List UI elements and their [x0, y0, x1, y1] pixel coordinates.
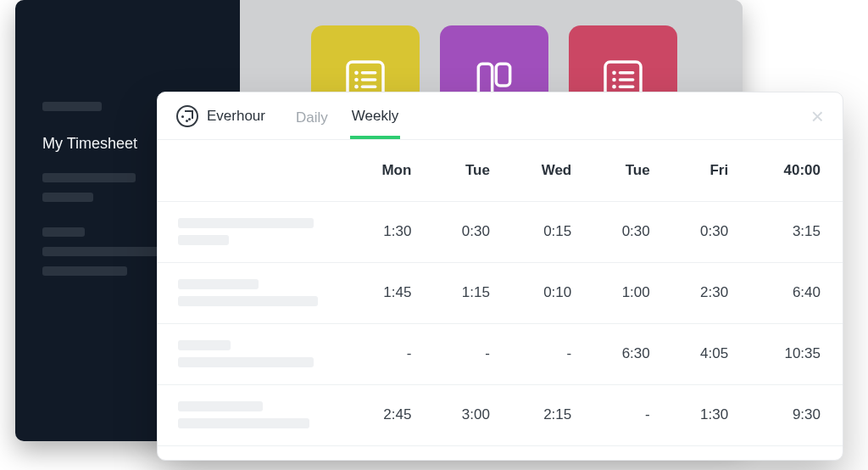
svg-point-12	[612, 78, 616, 82]
header-day: Fri	[672, 140, 750, 201]
header-total: 40:00	[750, 140, 843, 201]
svg-point-3	[354, 78, 359, 82]
skeleton-line	[178, 218, 314, 228]
brand-name: Everhour	[207, 108, 265, 125]
time-cell[interactable]: 0:10	[512, 262, 593, 323]
svg-point-14	[612, 85, 616, 89]
time-cell[interactable]: 4:05	[672, 323, 750, 384]
header-day: Tue	[593, 140, 671, 201]
header-day: Wed	[512, 140, 593, 201]
time-cell[interactable]: -	[593, 384, 671, 445]
skeleton-line	[178, 401, 263, 411]
skeleton-line	[42, 247, 170, 256]
everhour-logo-icon	[176, 105, 198, 127]
time-cell[interactable]: -	[353, 323, 433, 384]
row-total-cell: 10:35	[750, 323, 843, 384]
skeleton-line	[42, 102, 102, 111]
time-cell[interactable]: 2:15	[512, 384, 593, 445]
header-task-col	[158, 140, 353, 201]
time-cell[interactable]: 6:30	[593, 323, 671, 384]
tab-weekly[interactable]: Weekly	[350, 93, 400, 139]
table-row[interactable]: 1:45 1:15 0:10 1:00 2:30 6:40	[158, 262, 843, 323]
skeleton-line	[42, 193, 93, 202]
time-cell[interactable]: 2:30	[672, 262, 750, 323]
time-cell[interactable]: 0:15	[512, 201, 593, 262]
time-cell[interactable]: 1:45	[353, 262, 433, 323]
time-cell[interactable]: 0:30	[593, 201, 671, 262]
panel-header: Everhour Daily Weekly ×	[158, 92, 843, 140]
time-cell[interactable]: 0:30	[433, 201, 511, 262]
skeleton-line	[178, 340, 231, 350]
table-row[interactable]: 2:45 3:00 2:15 - 1:30 9:30	[158, 384, 843, 445]
time-cell[interactable]: 0:30	[672, 201, 750, 262]
svg-point-5	[354, 85, 359, 89]
table-row[interactable]: 1:30 0:30 0:15 0:30 0:30 3:15	[158, 201, 843, 262]
timesheet-panel: Everhour Daily Weekly × Mon Tue Wed Tue …	[157, 92, 843, 461]
row-total-cell: 9:30	[750, 384, 843, 445]
svg-point-10	[612, 71, 616, 76]
time-cell[interactable]: 3:00	[433, 384, 511, 445]
time-cell[interactable]: 1:30	[672, 384, 750, 445]
header-day: Tue	[433, 140, 511, 201]
time-cell[interactable]: 1:30	[353, 201, 433, 262]
time-cell[interactable]: 1:15	[433, 262, 511, 323]
skeleton-line	[42, 266, 127, 276]
time-cell[interactable]: 1:00	[593, 262, 671, 323]
tab-daily[interactable]: Daily	[294, 95, 330, 137]
row-total-cell: 6:40	[750, 262, 843, 323]
skeleton-line	[178, 357, 314, 367]
skeleton-line	[178, 296, 318, 306]
table-header-row: Mon Tue Wed Tue Fri 40:00	[158, 140, 843, 201]
time-cell[interactable]: 2:45	[353, 384, 433, 445]
skeleton-line	[178, 235, 229, 245]
skeleton-line	[178, 418, 309, 428]
time-cell[interactable]: -	[512, 323, 593, 384]
svg-point-1	[354, 71, 359, 76]
svg-rect-8	[496, 64, 509, 86]
skeleton-line	[178, 279, 259, 289]
timesheet-table: Mon Tue Wed Tue Fri 40:00 1:30 0:30 0:15…	[158, 140, 843, 446]
table-row[interactable]: - - - 6:30 4:05 10:35	[158, 323, 843, 384]
close-icon[interactable]: ×	[811, 105, 824, 127]
row-total-cell: 3:15	[750, 201, 843, 262]
time-cell[interactable]: -	[433, 323, 511, 384]
skeleton-line	[42, 173, 136, 182]
skeleton-line	[42, 227, 85, 237]
header-day: Mon	[353, 140, 433, 201]
